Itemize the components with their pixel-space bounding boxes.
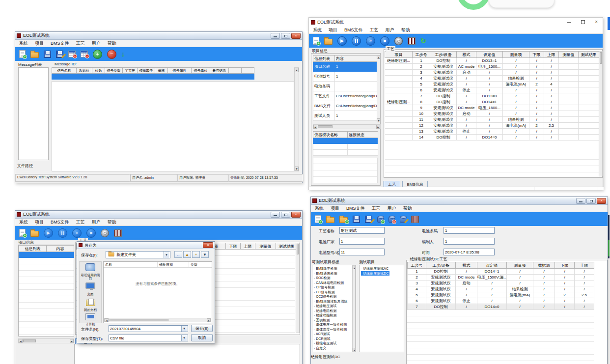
column-header[interactable]: 模式 bbox=[457, 52, 476, 58]
template-tree-item[interactable]: 单体电压一致性检测 bbox=[314, 322, 356, 327]
add-folder-icon[interactable]: + bbox=[339, 217, 348, 223]
battery-barcode-field[interactable] bbox=[444, 227, 495, 234]
column-header[interactable]: 起始位 bbox=[77, 68, 92, 74]
column-header[interactable]: 设定值 bbox=[477, 262, 507, 269]
menu-item[interactable]: 帮助 bbox=[401, 27, 410, 33]
column-header[interactable]: 数据源 bbox=[533, 262, 555, 269]
menu-item[interactable]: 系统 bbox=[19, 219, 28, 225]
column-header[interactable] bbox=[229, 68, 242, 74]
info-hscrollbar[interactable]: ◄ ► bbox=[313, 124, 381, 129]
column-header[interactable]: 信号单位 bbox=[192, 68, 210, 74]
column-header[interactable]: 模式 bbox=[456, 262, 477, 269]
add-row-icon[interactable]: + bbox=[93, 50, 102, 59]
table-row[interactable]: 9安规测试仪DC mode电压_1500.../// bbox=[385, 105, 599, 111]
play-icon[interactable]: ▶ bbox=[44, 228, 53, 238]
signal-content-area[interactable] bbox=[52, 81, 294, 171]
table-row[interactable]: 7DO控制/DO14=0//// bbox=[408, 304, 594, 310]
barcode-icon[interactable] bbox=[408, 37, 416, 45]
menu-item[interactable]: BMS文件 bbox=[344, 27, 363, 33]
dialog-title-bar[interactable]: 另存为 × bbox=[77, 242, 215, 249]
dialog-close-button[interactable]: × bbox=[203, 242, 213, 248]
table-row[interactable]: 10安规测试仪启动//// bbox=[385, 111, 599, 117]
place-recent[interactable]: 最近使用的项目 bbox=[80, 263, 101, 280]
table-row[interactable]: 4安规测试仪//结果检测// bbox=[385, 76, 599, 82]
template-tree-item[interactable]: BMS通讯检测 bbox=[314, 271, 356, 276]
pause-icon[interactable] bbox=[352, 36, 361, 46]
table-row[interactable] bbox=[52, 74, 254, 80]
menu-item[interactable]: BMS文件 bbox=[51, 219, 69, 225]
column-header[interactable]: 上限 bbox=[241, 243, 255, 250]
table-row[interactable]: 工艺文件C:\Users\lichangjiang\Desktop\ bbox=[313, 91, 377, 101]
menu-item[interactable]: 用户 bbox=[92, 40, 101, 47]
menu-item[interactable]: 项目 bbox=[35, 40, 44, 47]
up-folder-icon[interactable]: ▲ bbox=[183, 251, 191, 258]
table-row[interactable]: 1DO控制/DO14=1//// bbox=[408, 269, 594, 275]
menu-item[interactable]: 工艺 bbox=[372, 205, 381, 212]
column-header[interactable]: 位数 bbox=[92, 68, 105, 74]
column-header[interactable]: 下限 bbox=[226, 243, 241, 250]
column-header[interactable]: 下限 bbox=[529, 52, 544, 58]
menu-item[interactable]: 项目 bbox=[35, 219, 44, 225]
import-table-icon[interactable]: + bbox=[68, 51, 76, 57]
maximize-button[interactable] bbox=[581, 20, 585, 24]
menu-item[interactable]: 用户 bbox=[92, 219, 101, 225]
place-computer[interactable]: 计算机 bbox=[80, 313, 101, 326]
column-header[interactable]: 上限 bbox=[544, 52, 559, 58]
table-row[interactable]: 绝缘耐压测...8DO控制/DO14=1/// bbox=[385, 99, 599, 105]
column-header[interactable]: 工步号 bbox=[413, 52, 430, 58]
table-row[interactable]: 6安规测试仪停止//// bbox=[385, 87, 599, 93]
menu-item[interactable]: 工艺 bbox=[76, 40, 85, 47]
barcode-icon[interactable] bbox=[411, 216, 419, 223]
column-header[interactable]: 信号属性 bbox=[168, 68, 192, 74]
template-tree-item[interactable]: 绝缘功能检测 bbox=[314, 313, 356, 318]
stop-icon[interactable]: ■ bbox=[380, 36, 389, 46]
column-header[interactable]: 工步/设备 bbox=[430, 52, 457, 58]
column-header[interactable] bbox=[242, 68, 254, 74]
column-header[interactable]: 项目 bbox=[385, 52, 413, 58]
table-row[interactable]: 绝缘耐压测...1DO控制/DO13=1/// bbox=[385, 58, 599, 64]
column-header[interactable]: 仪器模块名称 bbox=[313, 132, 348, 138]
column-header-date[interactable]: 修改日期 bbox=[158, 262, 189, 267]
table-row[interactable]: 3安规测试仪启动///// bbox=[408, 280, 594, 286]
new-file-icon[interactable]: + bbox=[19, 229, 26, 237]
menu-item[interactable]: 项目 bbox=[329, 27, 337, 33]
disc-icon[interactable] bbox=[394, 37, 403, 45]
column-header[interactable]: 连接状态 bbox=[348, 132, 378, 138]
process-name-field[interactable] bbox=[339, 227, 385, 234]
db-delete-icon[interactable]: × bbox=[388, 216, 395, 223]
column-header-type[interactable]: 类型 bbox=[189, 262, 210, 267]
save-button[interactable]: 保存(S) bbox=[191, 325, 213, 332]
template-tree-item[interactable]: 绝缘电阻检测 bbox=[314, 308, 356, 313]
minimize-button[interactable] bbox=[271, 33, 280, 39]
table-row[interactable]: 4安规测试仪//结果检测/// bbox=[408, 286, 594, 292]
template-tree-item[interactable]: DCR测试 bbox=[314, 336, 356, 341]
minimize-button[interactable] bbox=[271, 212, 280, 218]
table-row[interactable] bbox=[313, 150, 378, 156]
table-row[interactable]: 7DO控制/DO13=0/// bbox=[385, 93, 599, 99]
table-row[interactable]: 5安规测试仪//漏电流(mA)24 bbox=[385, 82, 599, 87]
template-tree-item[interactable]: 模组电压测试 bbox=[314, 341, 356, 346]
table-row[interactable]: 14DO控制/DO14=0/// bbox=[385, 135, 599, 140]
template-tree-item[interactable]: SOC检测 bbox=[314, 276, 356, 280]
column-header[interactable]: 设定值 bbox=[476, 52, 503, 58]
list-hscrollbar[interactable]: ◄ ► bbox=[104, 318, 211, 322]
title-bar[interactable]: EOL测试系统 × bbox=[309, 18, 603, 27]
battery-maker-field[interactable] bbox=[339, 238, 385, 245]
close-button[interactable]: × bbox=[597, 198, 606, 204]
table-row[interactable]: 测试人员1 bbox=[313, 111, 377, 121]
template-tree-item[interactable]: CC信号检测 bbox=[314, 290, 356, 295]
db-add-icon[interactable]: + bbox=[377, 216, 384, 223]
template-tree-item[interactable]: ACR测试 bbox=[314, 332, 356, 336]
minimize-button[interactable] bbox=[567, 22, 571, 23]
back-icon[interactable]: ← bbox=[174, 251, 182, 258]
column-header[interactable]: 上限 bbox=[575, 262, 594, 269]
cancel-button[interactable]: 取消 bbox=[191, 334, 213, 341]
filename-combo[interactable]: 20210730145504 ▼ bbox=[109, 325, 188, 332]
maximize-button[interactable] bbox=[281, 212, 290, 218]
column-header[interactable]: 测量项 bbox=[503, 52, 529, 58]
new-file-icon[interactable]: + bbox=[313, 37, 319, 45]
column-header[interactable]: 是否记录 bbox=[210, 68, 229, 74]
maximize-button[interactable] bbox=[586, 198, 596, 204]
title-bar[interactable]: EOL测试系统 × bbox=[311, 197, 608, 205]
table-row[interactable]: 3安规测试仪启动//// bbox=[385, 70, 599, 76]
